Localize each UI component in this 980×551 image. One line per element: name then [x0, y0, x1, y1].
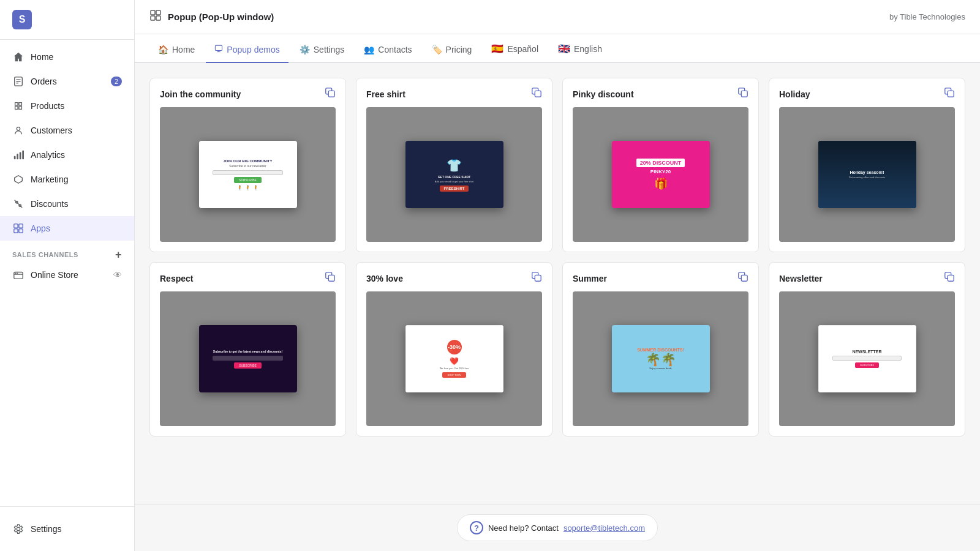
sidebar-label-customers: Customers: [31, 126, 72, 135]
card-pinky-discount[interactable]: Pinky discount 20% DISCOUNT PINKY20 🎁: [562, 78, 759, 252]
app-header-title: Popup (Pop-Up window): [168, 12, 274, 22]
tab-settings[interactable]: ⚙️ Settings: [291, 36, 353, 63]
help-email-link[interactable]: soporte@tibletech.com: [564, 523, 645, 533]
card-copy-newsletter[interactable]: [944, 271, 955, 285]
tab-english-flag: 🇬🇧: [558, 43, 570, 54]
card-preview-newsletter: NEWSLETTER SUBSCRIBE: [779, 291, 955, 426]
preview-inner-respect: Subscribe to get the latest news and dis…: [199, 325, 297, 392]
orders-badge: 2: [111, 77, 122, 86]
tab-settings-label: Settings: [314, 45, 345, 54]
svg-rect-20: [216, 45, 222, 50]
tab-contacts[interactable]: 👥 Contacts: [355, 36, 420, 63]
sidebar-logo: S: [0, 0, 134, 40]
preview-inner-summer: SUMMER DISCOUNTS! 🌴🌴 Enjoy summer deals: [612, 325, 710, 392]
preview-inner-newsletter: NEWSLETTER SUBSCRIBE: [818, 325, 916, 392]
sidebar-bottom: Settings: [0, 506, 134, 551]
sidebar-label-home: Home: [31, 52, 53, 62]
sidebar-item-settings[interactable]: Settings: [0, 517, 134, 541]
svg-rect-25: [328, 275, 334, 281]
card-header-love: 30% love: [356, 263, 552, 291]
preview-inner-free-shirt: 👕 GET ONE FREE SHIRT Add your email to g…: [405, 141, 503, 208]
sidebar-item-customers[interactable]: Customers: [0, 118, 134, 143]
svg-rect-27: [741, 275, 747, 281]
card-copy-love[interactable]: [531, 271, 542, 285]
card-header-free-shirt: Free shirt: [356, 78, 552, 107]
tab-home[interactable]: 🏠 Home: [149, 36, 203, 63]
tab-english-label: English: [574, 44, 602, 54]
sidebar-item-analytics[interactable]: Analytics: [0, 143, 134, 167]
svg-rect-9: [14, 224, 18, 228]
tab-espanol-label: Español: [507, 44, 538, 54]
card-title-holiday: Holiday: [779, 89, 810, 99]
card-preview-love: -30% ❤️ We love you. Get 30% free SHOP N…: [366, 291, 542, 426]
tab-contacts-label: Contacts: [378, 45, 412, 54]
card-title-respect: Respect: [160, 274, 193, 283]
tab-espanol[interactable]: 🇪🇸 Español: [483, 34, 547, 63]
sidebar-item-marketing[interactable]: Marketing: [0, 167, 134, 192]
card-newsletter[interactable]: Newsletter NEWSLETTER SUBSCRIBE: [769, 262, 965, 437]
marketing-icon: [12, 173, 24, 186]
card-header-respect: Respect: [150, 263, 345, 291]
sidebar-label-settings: Settings: [31, 524, 62, 534]
svg-point-15: [17, 272, 18, 274]
add-sales-channel-button[interactable]: +: [115, 249, 122, 260]
svg-rect-26: [535, 275, 541, 281]
svg-rect-16: [151, 10, 155, 15]
card-copy-join-community[interactable]: [325, 87, 336, 101]
sidebar-item-online-store[interactable]: Online Store 👁: [0, 263, 134, 287]
card-header-holiday: Holiday: [769, 78, 965, 107]
app-header-icon: [149, 9, 162, 24]
tab-contacts-icon: 👥: [364, 45, 374, 54]
card-preview-join-community: JOIN OUR BIG COMMUNITY Subscribe to our …: [160, 107, 336, 242]
card-copy-pinky[interactable]: [737, 87, 748, 101]
card-copy-free-shirt[interactable]: [531, 87, 542, 101]
card-header-join-community: Join the community: [150, 78, 345, 107]
card-holiday[interactable]: Holiday Holiday season!! Get amazing off…: [769, 78, 965, 252]
card-preview-respect: Subscribe to get the latest news and dis…: [160, 291, 336, 426]
preview-inner-join-community: JOIN OUR BIG COMMUNITY Subscribe to our …: [199, 141, 297, 208]
help-text: Need help? Contact: [488, 523, 559, 533]
svg-rect-10: [19, 224, 23, 228]
sidebar-item-orders[interactable]: Orders 2: [0, 69, 134, 94]
preview-inner-love: -30% ❤️ We love you. Get 30% free SHOP N…: [405, 325, 503, 392]
sidebar-item-discounts[interactable]: Discounts: [0, 192, 134, 216]
orders-icon: [12, 75, 24, 88]
tab-pricing[interactable]: 🏷️ Pricing: [423, 36, 481, 63]
main-content: Popup (Pop-Up window) by Tible Technolog…: [135, 0, 980, 551]
content-area: Join the community JOIN OUR BIG COMMUNIT…: [135, 63, 980, 504]
tab-english[interactable]: 🇬🇧 English: [549, 34, 611, 63]
app-header-byline: by Tible Technologies: [889, 12, 965, 21]
help-icon: ?: [470, 521, 483, 534]
customers-icon: [12, 124, 24, 137]
cards-grid: Join the community JOIN OUR BIG COMMUNIT…: [149, 78, 965, 437]
card-copy-holiday[interactable]: [944, 87, 955, 101]
svg-rect-24: [948, 91, 954, 97]
tab-home-icon: 🏠: [158, 45, 168, 54]
svg-rect-28: [948, 275, 954, 281]
card-respect[interactable]: Respect Subscribe to get the latest news…: [149, 262, 346, 437]
card-free-shirt[interactable]: Free shirt 👕 GET ONE FREE SHIRT Add your…: [356, 78, 552, 252]
sidebar-item-home[interactable]: Home: [0, 45, 134, 69]
discounts-icon: [12, 198, 24, 210]
card-preview-holiday: Holiday season!! Get amazing offers and …: [779, 107, 955, 242]
card-title-love: 30% love: [366, 274, 403, 283]
card-copy-respect[interactable]: [325, 271, 336, 285]
card-header-summer: Summer: [563, 263, 758, 291]
tab-pricing-label: Pricing: [446, 45, 472, 54]
card-copy-summer[interactable]: [737, 271, 748, 285]
sidebar-item-apps[interactable]: Apps: [0, 216, 134, 241]
svg-rect-11: [14, 229, 18, 233]
tab-popup-demos-icon: [214, 44, 223, 54]
analytics-icon: [12, 149, 24, 161]
sidebar-label-analytics: Analytics: [31, 150, 65, 160]
home-icon: [12, 51, 24, 63]
card-summer[interactable]: Summer SUMMER DISCOUNTS! 🌴🌴 Enjoy summer…: [562, 262, 759, 437]
card-preview-summer: SUMMER DISCOUNTS! 🌴🌴 Enjoy summer deals: [573, 291, 748, 426]
settings-icon: [12, 523, 24, 535]
sidebar-item-products[interactable]: Products: [0, 94, 134, 118]
tab-popup-demos[interactable]: Popup demos: [206, 36, 288, 63]
card-love[interactable]: 30% love -30% ❤️ We love you. Get 30% fr…: [356, 262, 552, 437]
sidebar-label-discounts: Discounts: [31, 199, 68, 209]
online-store-eye-icon[interactable]: 👁: [113, 270, 122, 280]
card-join-community[interactable]: Join the community JOIN OUR BIG COMMUNIT…: [149, 78, 346, 252]
